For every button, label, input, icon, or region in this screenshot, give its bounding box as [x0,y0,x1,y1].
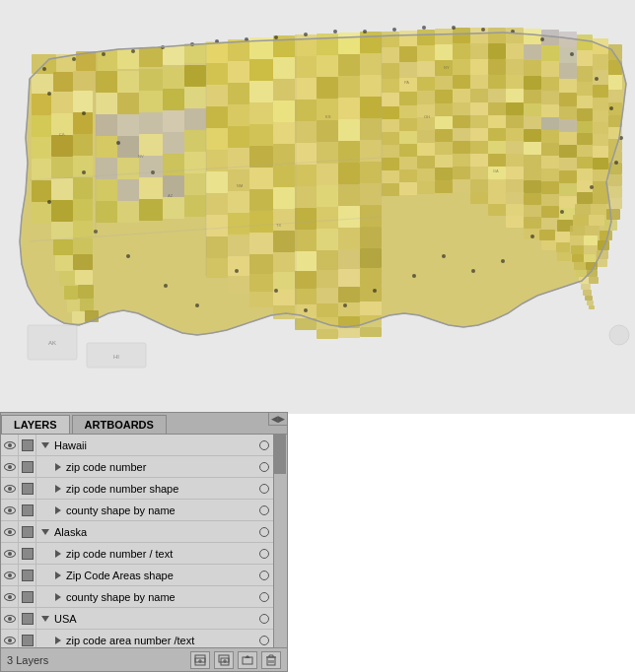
color-swatch-hawaii[interactable] [19,435,36,456]
svg-rect-118 [360,118,382,140]
target-zip-code-number[interactable] [255,456,273,478]
target-zip-code-number-text[interactable] [255,543,273,565]
expand-arrow-usa[interactable] [36,616,52,622]
expand-arrow-county-shape-alaska[interactable] [36,593,64,601]
color-swatch-zip-code-number-text[interactable] [19,543,36,565]
eye-toggle-zip-code-number-text[interactable] [1,543,19,565]
svg-rect-41 [139,47,163,67]
expand-arrow-zip-area-number-text1[interactable] [36,637,64,644]
svg-rect-295 [470,128,488,141]
target-hawaii[interactable] [255,435,273,456]
svg-rect-319 [399,157,417,169]
layers-scrollbar[interactable] [273,435,287,647]
svg-rect-85 [338,33,360,54]
svg-rect-50 [117,93,139,114]
svg-rect-98 [273,79,295,101]
svg-rect-165 [338,249,360,269]
svg-rect-105 [249,102,273,124]
svg-rect-40 [117,49,139,69]
eye-toggle-hawaii[interactable] [1,435,19,456]
svg-rect-56 [139,112,163,134]
target-county-shape-alaska[interactable] [255,586,273,608]
color-swatch-zip-code-number-shape[interactable] [19,478,36,500]
svg-rect-54 [96,114,117,136]
svg-point-429 [442,254,446,258]
eye-toggle-zip-area-number-text1[interactable] [1,630,19,648]
target-alaska[interactable] [255,521,273,543]
svg-point-446 [363,30,367,34]
layer-row-zip-code-areas-shape-alaska[interactable]: Zip Code Areas shape [1,565,273,586]
expand-arrow-zip-code-number-text[interactable] [36,550,64,558]
svg-point-434 [590,185,594,189]
layer-row-zip-code-number-shape[interactable]: zip code number shape [1,478,273,500]
color-swatch-usa[interactable] [19,608,36,630]
svg-rect-57 [163,110,184,132]
svg-rect-250 [417,91,435,104]
svg-point-442 [481,28,485,32]
layers-list: Hawaii zip code number [1,435,273,647]
svg-rect-25 [51,222,73,239]
color-swatch-zip-code-areas-shape-alaska[interactable] [19,565,36,586]
color-swatch-zip-area-number-text1[interactable] [19,630,36,648]
color-swatch-zip-code-number[interactable] [19,456,36,478]
new-sublayer-button[interactable] [214,651,234,669]
layer-name-alaska: Alaska [52,526,255,538]
color-swatch-alaska[interactable] [19,521,36,543]
target-usa[interactable] [255,608,273,630]
svg-rect-149 [338,206,360,228]
eye-toggle-usa[interactable] [1,608,19,630]
expand-arrow-alaska[interactable] [36,529,52,535]
svg-rect-341 [541,168,559,181]
target-zip-area-number-text1[interactable] [255,630,273,648]
tab-artboards[interactable]: ARTBOARDS [72,415,167,434]
eye-toggle-county-shape-hawaii[interactable] [1,500,19,521]
tab-layers[interactable]: LAYERS [1,415,70,434]
layer-row-zip-code-number-text[interactable]: zip code number / text [1,543,273,565]
svg-point-430 [471,269,475,273]
layer-row-zip-area-number-text1[interactable]: zip code area number /text [1,630,273,647]
svg-rect-43 [184,43,206,63]
eye-toggle-county-shape-alaska[interactable] [1,586,19,608]
expand-arrow-county-shape-hawaii[interactable] [36,506,64,514]
eye-toggle-zip-code-number[interactable] [1,456,19,478]
eye-toggle-alaska[interactable] [1,521,19,543]
layer-row-county-shape-hawaii[interactable]: county shape by name [1,500,273,521]
expand-arrow-zip-code-areas-shape-alaska[interactable] [36,571,64,579]
svg-rect-61 [139,134,163,156]
layer-row-alaska[interactable]: Alaska [1,521,273,543]
svg-point-433 [560,210,564,214]
svg-rect-304 [382,145,399,158]
move-selection-button[interactable] [238,651,257,669]
svg-point-468 [609,325,629,345]
svg-rect-24 [73,199,93,221]
layer-row-hawaii[interactable]: Hawaii [1,435,273,456]
target-county-shape-hawaii[interactable] [255,500,273,521]
svg-rect-103 [206,106,228,128]
color-swatch-county-shape-alaska[interactable] [19,586,36,608]
new-layer-button[interactable] [190,651,210,669]
svg-rect-86 [360,32,382,53]
svg-rect-36 [80,299,94,311]
target-zip-code-areas-shape-alaska[interactable] [255,565,273,586]
svg-rect-254 [488,89,506,102]
svg-rect-92 [317,55,338,77]
scrollbar-thumb[interactable] [274,435,286,474]
svg-rect-375 [591,204,606,215]
color-swatch-county-shape-hawaii[interactable] [19,500,36,521]
layer-row-zip-code-number[interactable]: zip code number [1,456,273,478]
svg-rect-137 [249,189,273,211]
svg-rect-361 [488,192,506,204]
eye-toggle-zip-code-areas-shape-alaska[interactable] [1,565,19,586]
expand-arrow-zip-code-number[interactable] [36,463,64,471]
target-zip-code-number-shape[interactable] [255,478,273,500]
eye-toggle-zip-code-number-shape[interactable] [1,478,19,500]
expand-arrow-hawaii[interactable] [36,442,52,448]
panel-resize-handle[interactable]: ◀▶ [268,412,288,426]
expand-arrow-zip-code-number-shape[interactable] [36,485,64,493]
svg-point-439 [570,52,574,56]
layer-row-county-shape-alaska[interactable]: county shape by name [1,586,273,608]
layer-row-usa[interactable]: USA [1,608,273,630]
delete-layer-button[interactable] [261,651,281,669]
svg-rect-372 [541,206,559,218]
svg-rect-365 [559,196,577,208]
